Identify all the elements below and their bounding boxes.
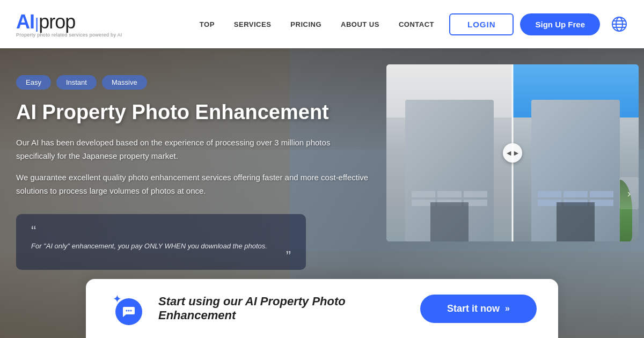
window	[412, 191, 435, 197]
navbar: AI | prop Property photo related service…	[0, 0, 644, 48]
hero-title: AI Property Photo Enhancement	[16, 100, 381, 125]
nav-contact[interactable]: CONTACT	[399, 20, 434, 28]
comparison-before	[386, 64, 513, 241]
cta-card: ✦ Start using our AI Property Photo Enha…	[86, 279, 558, 338]
window-after	[590, 191, 613, 197]
hero-content: Easy Instant Massive AI Property Photo E…	[16, 75, 381, 270]
tag-instant: Instant	[56, 75, 97, 90]
hero-description-2: We guarantee excellent quality photo enh…	[16, 171, 370, 198]
sky-before	[386, 64, 513, 117]
quote-text: For "AI only" enhancement, you pay ONLY …	[31, 242, 267, 250]
tag-massive: Massive	[102, 75, 147, 90]
building-entrance-after	[557, 202, 595, 241]
chat-bubble-icon	[115, 298, 142, 325]
logo[interactable]: AI | prop Property photo related service…	[16, 11, 122, 38]
quote-box: “ For "AI only" enhancement, you pay ONL…	[16, 214, 306, 270]
scroll-icon: ›	[627, 187, 631, 200]
comparison-box[interactable]: ◄►	[386, 64, 639, 241]
window	[437, 191, 461, 197]
chat-icon	[122, 305, 136, 319]
signup-button[interactable]: Sign Up Free	[520, 13, 600, 35]
hero-description-1: Our AI has been developed based on the e…	[16, 136, 370, 163]
window-after	[564, 191, 587, 197]
nav-actions: LOGIN Sign Up Free	[449, 13, 628, 35]
nav-top[interactable]: TOP	[200, 20, 215, 28]
cta-icon-area: ✦	[107, 291, 142, 326]
nav-pricing[interactable]: PRICING	[290, 20, 321, 28]
svg-point-7	[130, 310, 132, 311]
quote-open: “	[31, 224, 291, 239]
comparison-after	[513, 64, 639, 241]
start-button-label: Start it now	[447, 303, 500, 314]
cta-text: Start using our AI Property Photo Enhanc…	[158, 295, 404, 322]
logo-dash: |	[35, 15, 38, 32]
scroll-button[interactable]: ›	[619, 177, 639, 209]
window-after	[538, 191, 561, 197]
start-button-arrow: »	[505, 304, 510, 313]
tag-list: Easy Instant Massive	[16, 75, 381, 90]
start-button[interactable]: Start it now »	[420, 295, 537, 323]
login-button[interactable]: LOGIN	[449, 13, 514, 35]
svg-point-5	[126, 310, 128, 311]
building-entrance-before	[430, 202, 469, 241]
nav-about[interactable]: ABOUT US	[341, 20, 379, 28]
cta-text-label: Start using our AI Property Photo Enhanc…	[158, 295, 346, 322]
svg-point-6	[128, 310, 130, 311]
nav-links: TOP SERVICES PRICING ABOUT US CONTACT	[200, 20, 434, 28]
logo-prop: prop	[39, 11, 75, 33]
window	[464, 191, 487, 197]
globe-icon[interactable]	[611, 16, 628, 33]
quote-close: ”	[31, 253, 291, 260]
comparison-handle[interactable]: ◄►	[503, 143, 522, 163]
tag-easy: Easy	[16, 75, 51, 90]
logo-tagline: Property photo related services powered …	[16, 32, 122, 38]
logo-ai: AI	[16, 11, 34, 33]
sky-after	[513, 64, 639, 117]
nav-services[interactable]: SERVICES	[234, 20, 272, 28]
